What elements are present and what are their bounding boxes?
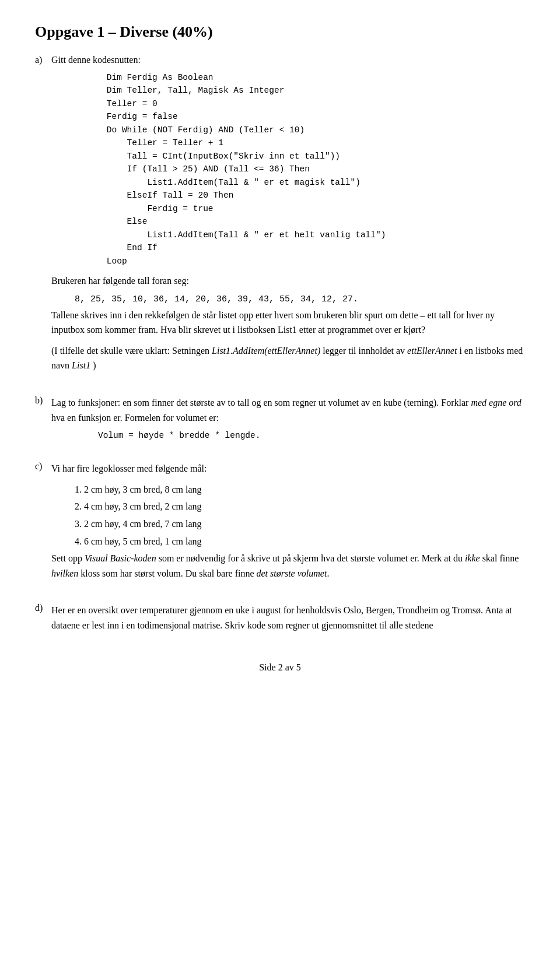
section-c-label: c) [35,461,51,472]
section-c-items: 1. 2 cm høy, 3 cm bred, 8 cm lang2. 4 cm… [51,482,525,549]
p3-italic: List1.AddItem(ettEllerAnnet) [212,346,320,356]
section-b-p1: Lag to funksjoner: en som finner det stø… [51,395,525,425]
list-item: 4. 6 cm høy, 5 cm bred, 1 cm lang [75,534,525,549]
p3-part1: (I tilfelle det skulle være uklart: Setn… [51,346,212,356]
p3-italic2: ettEllerAnnet [407,346,457,356]
section-b: b) Lag to funksjoner: en som finner det … [35,395,525,445]
p3-italic3: List1 [72,360,90,370]
formula-block: Volum = høyde * bredde * lengde. [98,431,525,440]
section-a-p2: Tallene skrives inn i den rekkefølgen de… [51,308,525,338]
section-a-label: a) [35,55,51,65]
c-p2-italic2: ikke [465,553,480,563]
section-a-intro: Gitt denne kodesnutten: [51,55,525,65]
p3-part4: ) [90,360,96,370]
c-p2-rest3: kloss som har størst volum. Du skal bare… [78,568,256,578]
numbers-line: 8, 25, 35, 10, 36, 14, 20, 36, 39, 43, 5… [75,294,525,304]
section-c-p2: Sett opp Visual Basic-koden som er nødve… [51,551,525,581]
section-c-p1: Vi har fire legoklosser med følgende mål… [51,461,525,476]
c-p2-part1: Sett opp [51,553,85,563]
list-item: 2. 4 cm høy, 3 cm bred, 2 cm lang [75,499,525,514]
section-b-label: b) [35,395,51,406]
b-p1-text: Lag to funksjoner: en som finner det stø… [51,398,471,408]
section-a-p1: Brukeren har følgende tall foran seg: [51,273,525,289]
footer-text: Side 2 av 5 [35,662,525,673]
list-item: 3. 2 cm høy, 4 cm bred, 7 cm lang [75,517,525,532]
c-p2-rest2: skal finne [480,553,519,563]
c-p2-italic3: hvilken [51,568,78,578]
p3-part2: legger til innholdet av [320,346,407,356]
section-c: c) Vi har fire legoklosser med følgende … [35,461,525,586]
c-p2-italic4: det største volumet [257,568,327,578]
section-a-p3: (I tilfelle det skulle være uklart: Setn… [51,343,525,373]
c-p2-rest: som er nødvendig for å skrive ut på skje… [156,553,465,563]
section-d-label: d) [35,603,51,613]
code-block: Dim Ferdig As Boolean Dim Teller, Tall, … [86,71,525,268]
section-a: a) Gitt denne kodesnutten: Dim Ferdig As… [35,55,525,379]
section-d-p1: Her er en oversikt over temperaturer gje… [51,603,525,633]
c-p2-italic: Visual Basic-koden [85,553,156,563]
b-p1-italic: med egne ord [471,398,522,408]
page-title: Oppgave 1 – Diverse (40%) [35,23,525,41]
list-item: 1. 2 cm høy, 3 cm bred, 8 cm lang [75,482,525,497]
section-d: d) Her er en oversikt over temperaturer … [35,603,525,638]
page-footer: Side 2 av 5 [35,662,525,673]
c-p2-end: . [327,568,329,578]
b-p1-rest: hva en funksjon er. Formelen for volumet… [51,413,219,423]
